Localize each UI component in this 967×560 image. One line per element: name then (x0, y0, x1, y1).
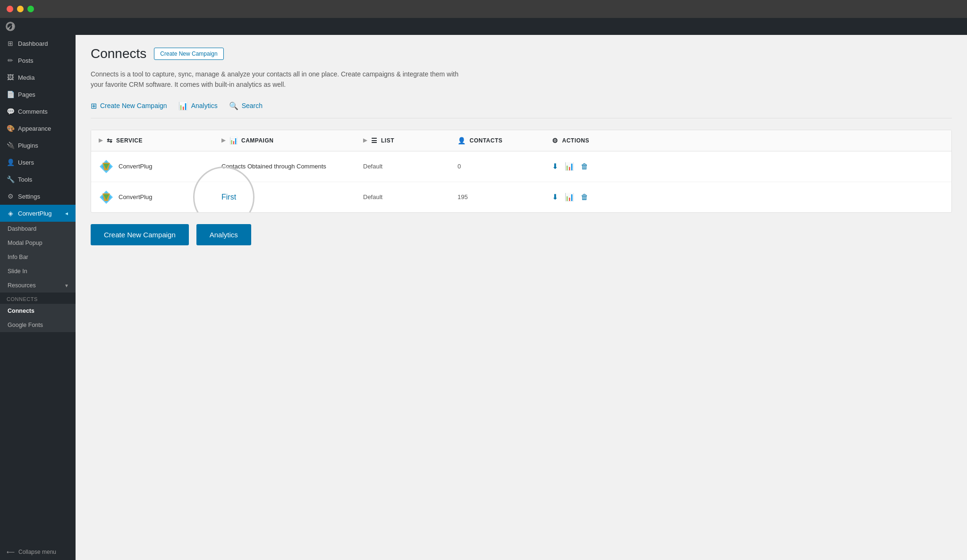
row1-contacts-value: 0 (458, 163, 461, 170)
row2-list-value: Default (363, 193, 382, 201)
row1-delete-icon[interactable]: 🗑 (581, 162, 588, 171)
row1-service-logo (99, 159, 114, 174)
sidebar-item-comments[interactable]: 💬 Comments (0, 103, 76, 120)
dashboard-icon: ⊞ (7, 40, 14, 47)
table-row: ConvertPlug Contacts Obtained through Co… (91, 151, 951, 182)
tab-create-label: Create New Campaign (100, 102, 167, 109)
th-actions-label: ACTIONS (562, 137, 590, 144)
row2-list-cell: Default (363, 193, 458, 201)
modal-popup-label: Modal Popup (8, 240, 42, 246)
table-row: ConvertPlug First Default 195 (91, 182, 951, 212)
tab-analytics[interactable]: 📊 Analytics (178, 101, 218, 110)
sidebar-item-tools[interactable]: 🔧 Tools (0, 171, 76, 188)
comments-icon: 💬 (7, 108, 14, 115)
sidebar-item-settings[interactable]: ⚙ Settings (0, 188, 76, 205)
th-campaign: ▶ 📊 CAMPAIGN (221, 137, 363, 144)
th-contacts-icon: 👤 (458, 137, 466, 144)
sidebar-item-users[interactable]: 👤 Users (0, 154, 76, 171)
row1-list-cell: Default (363, 163, 458, 170)
sidebar-item-media-label: Media (18, 74, 34, 81)
tab-search[interactable]: 🔍 Search (229, 101, 263, 110)
connects-submenu: Connects Google Fonts (0, 304, 76, 332)
row1-service-name: ConvertPlug (119, 163, 153, 170)
row2-analytics-icon[interactable]: 📊 (565, 192, 574, 201)
sidebar-item-modal-popup[interactable]: Modal Popup (0, 236, 76, 250)
th-actions: ⚙ ACTIONS (552, 137, 944, 144)
create-new-campaign-button[interactable]: Create New Campaign (91, 224, 189, 245)
sidebar-item-resources[interactable]: Resources ▼ (0, 278, 76, 293)
th-campaign-arrow: ▶ (221, 137, 226, 143)
settings-icon: ⚙ (7, 192, 14, 200)
sidebar-item-dashboard-label: Dashboard (18, 40, 48, 47)
sidebar-item-google-fonts[interactable]: Google Fonts (0, 318, 76, 332)
th-service-icon: ⇆ (107, 137, 113, 144)
th-actions-icon: ⚙ (552, 137, 559, 144)
sidebar: ⊞ Dashboard ✏ Posts 🖼 Media 📄 Pages 💬 Co… (0, 35, 76, 560)
row2-delete-icon[interactable]: 🗑 (581, 193, 588, 201)
create-icon: ⊞ (91, 101, 97, 110)
row1-service-cell: ConvertPlug (99, 159, 221, 174)
sidebar-item-dashboard[interactable]: ⊞ Dashboard (0, 35, 76, 52)
sidebar-item-settings-label: Settings (18, 193, 40, 200)
collapse-menu-button[interactable]: ⟵ Collapse menu (0, 544, 76, 560)
sidebar-item-users-label: Users (18, 159, 34, 166)
campaign-table: ▶ ⇆ SERVICE ▶ 📊 CAMPAIGN ▶ ☰ LIST (91, 130, 952, 213)
sidebar-item-plugins[interactable]: 🔌 Plugins (0, 137, 76, 154)
resources-label: Resources (8, 282, 36, 289)
sidebar-item-connects[interactable]: Connects (0, 304, 76, 318)
th-service: ▶ ⇆ SERVICE (99, 137, 221, 144)
minimize-button[interactable] (17, 6, 24, 12)
row1-actions-cell: ⬇ 📊 🗑 (552, 162, 944, 171)
sidebar-item-slide-in[interactable]: Slide In (0, 264, 76, 278)
sidebar-item-info-bar[interactable]: Info Bar (0, 250, 76, 264)
sidebar-item-posts[interactable]: ✏ Posts (0, 52, 76, 69)
row1-campaign-cell: Contacts Obtained through Comments (221, 163, 363, 170)
th-list: ▶ ☰ LIST (363, 137, 458, 144)
th-contacts-label: CONTACTS (470, 137, 503, 144)
collapse-icon: ⟵ (7, 549, 15, 555)
row2-contacts-cell: 195 (458, 193, 552, 201)
close-button[interactable] (7, 6, 13, 12)
create-campaign-header-button[interactable]: Create New Campaign (154, 48, 223, 60)
tools-icon: 🔧 (7, 176, 14, 183)
row2-service-name: ConvertPlug (119, 193, 153, 201)
resources-arrow-icon: ▼ (64, 283, 69, 288)
window-chrome (0, 0, 967, 18)
users-icon: 👤 (7, 159, 14, 166)
sidebar-item-pages[interactable]: 📄 Pages (0, 86, 76, 103)
row2-logo-svg (99, 190, 114, 205)
wp-admin-bar (0, 18, 967, 35)
row1-logo-svg (99, 159, 114, 174)
th-service-arrow: ▶ (99, 137, 103, 143)
active-indicator: ◄ (64, 211, 69, 216)
convertplug-submenu: Dashboard Modal Popup Info Bar Slide In … (0, 222, 76, 293)
pages-icon: 📄 (7, 91, 14, 98)
sidebar-item-appearance[interactable]: 🎨 Appearance (0, 120, 76, 137)
slide-in-label: Slide In (8, 268, 27, 275)
row2-campaign-cell: First (221, 193, 363, 201)
sidebar-item-convertplug[interactable]: ◈ ConvertPlug ◄ (0, 205, 76, 222)
campaign-table-container: ▶ ⇆ SERVICE ▶ 📊 CAMPAIGN ▶ ☰ LIST (91, 130, 952, 213)
media-icon: 🖼 (7, 74, 14, 81)
row2-export-icon[interactable]: ⬇ (552, 192, 558, 201)
search-icon: 🔍 (229, 101, 238, 110)
sidebar-item-comments-label: Comments (18, 108, 48, 115)
page-title: Connects (91, 46, 146, 61)
th-campaign-icon: 📊 (229, 137, 238, 144)
sidebar-item-media[interactable]: 🖼 Media (0, 69, 76, 86)
analytics-button[interactable]: Analytics (196, 224, 251, 245)
sidebar-item-appearance-label: Appearance (18, 125, 51, 132)
info-bar-label: Info Bar (8, 254, 28, 260)
posts-icon: ✏ (7, 57, 14, 64)
row1-analytics-icon[interactable]: 📊 (565, 162, 574, 171)
tab-create-new-campaign[interactable]: ⊞ Create New Campaign (91, 101, 167, 110)
maximize-button[interactable] (27, 6, 34, 12)
sidebar-item-cp-dashboard[interactable]: Dashboard (0, 222, 76, 236)
row1-export-icon[interactable]: ⬇ (552, 162, 558, 171)
row2-service-cell: ConvertPlug (99, 190, 221, 205)
sidebar-item-pages-label: Pages (18, 91, 35, 98)
page-header: Connects Create New Campaign (91, 46, 952, 61)
appearance-icon: 🎨 (7, 125, 14, 132)
sidebar-item-plugins-label: Plugins (18, 142, 38, 149)
th-list-arrow: ▶ (363, 137, 367, 143)
